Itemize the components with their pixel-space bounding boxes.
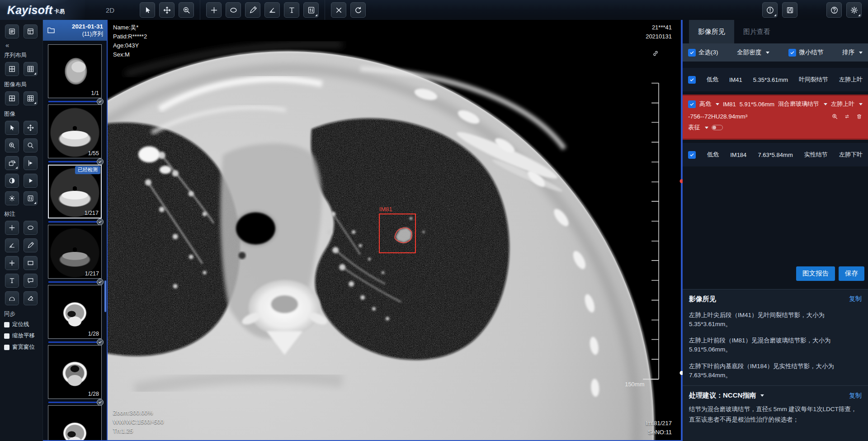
annotate-text-button[interactable] — [5, 274, 19, 288]
series-thumbnail-4[interactable]: 1/217 — [48, 225, 102, 279]
window-level-preset-button[interactable] — [24, 191, 38, 205]
series-thumbnail-5[interactable]: 1/28 — [48, 285, 102, 339]
nodule-type-dropdown[interactable]: 混合磨玻璃结节 — [778, 100, 827, 108]
warning-button[interactable] — [762, 2, 778, 18]
compare-icon[interactable] — [844, 113, 850, 120]
nodule-location: 左肺上叶 — [839, 76, 863, 84]
slice-scrollbar[interactable] — [681, 20, 683, 440]
report-layout-button[interactable] — [5, 24, 19, 38]
trash-icon[interactable] — [856, 113, 863, 120]
nodule-location-dropdown[interactable]: 左肺上叶 — [831, 100, 863, 108]
settings-button[interactable] — [846, 2, 862, 18]
pan-tool-button[interactable] — [159, 2, 175, 18]
study-header[interactable]: 2021-01-31 (11)序列 — [43, 20, 107, 41]
sync-window-level-checkbox[interactable]: 窗宽窗位 — [0, 341, 42, 353]
collapse-sidebar-button[interactable]: « — [0, 40, 42, 48]
save-layout-button[interactable] — [782, 2, 797, 18]
nodule-location: 左肺下叶 — [839, 151, 863, 159]
density-filter-dropdown[interactable]: 全部密度 — [737, 48, 769, 57]
annotate-rectangle-button[interactable] — [24, 256, 38, 270]
reset-tool-button[interactable] — [350, 2, 366, 18]
checkbox-checked-icon — [788, 49, 796, 57]
pencil-tool-button[interactable] — [245, 2, 260, 18]
image-rotate-button[interactable] — [5, 156, 19, 170]
image-invert-button[interactable] — [5, 174, 19, 188]
series-thumbnail-7[interactable] — [48, 405, 102, 440]
delete-tool-button[interactable] — [331, 2, 346, 18]
checkbox-checked-icon[interactable] — [688, 151, 696, 159]
crosshair-tool-button[interactable] — [206, 2, 222, 18]
link-sync-icon[interactable] — [652, 50, 659, 57]
copy-findings-link[interactable]: 复制 — [849, 295, 862, 303]
feature-toggle[interactable] — [712, 125, 723, 130]
checkbox-checked-icon[interactable] — [688, 76, 696, 84]
series-progress-bar — [48, 219, 102, 224]
image-magnify-button[interactable] — [24, 138, 38, 152]
toolbar-group-annotation — [206, 2, 319, 18]
series-thumbnail-2[interactable]: 1/55 — [48, 104, 102, 158]
nodule-risk: 高危 — [699, 100, 711, 108]
image-grid-3x3-button[interactable] — [24, 91, 38, 105]
text-icon — [288, 6, 296, 14]
text-tool-button[interactable] — [284, 2, 299, 18]
sync-zoom-pan-checkbox[interactable]: 缩放平移 — [0, 330, 42, 341]
annotate-angle-button[interactable] — [5, 238, 19, 252]
copy-advice-link[interactable]: 复制 — [849, 392, 862, 400]
series-grid-2x2-button[interactable] — [5, 62, 19, 76]
image-viewport[interactable]: IM81 150mm Name:吴* Patid:R*****2 Age:043… — [107, 20, 683, 441]
nodule-row-im81-selected[interactable]: 高危 IM81 5.91*5.06mm 混合磨玻璃结节 左肺上叶 — [683, 95, 868, 140]
image-flip-button[interactable] — [24, 156, 38, 170]
toolbar-group-navigation — [140, 2, 194, 18]
series-grid-3x3-button[interactable] — [24, 62, 38, 76]
annotate-pencil-button[interactable] — [24, 238, 38, 252]
thumbnail-scrollbar[interactable] — [104, 280, 106, 312]
series-confirmed-icon — [97, 98, 104, 105]
zoom-in-tool-button[interactable] — [179, 2, 194, 18]
guideline-dropdown[interactable]: NCCN指南 — [723, 391, 764, 400]
text-icon — [8, 277, 16, 285]
feature-dropdown[interactable]: 表征 — [688, 123, 708, 132]
window-level-tool-button[interactable] — [303, 2, 319, 18]
tab-image-view[interactable]: 图片查看 — [734, 20, 779, 43]
annotate-ellipse-button[interactable] — [24, 221, 38, 235]
nodule-row-im41[interactable]: 低危 IM41 5.35*3.61mm 叶间裂结节 左肺上叶 — [683, 68, 868, 91]
magnify-nodule-icon[interactable] — [831, 113, 838, 120]
series-thumbnail-1[interactable]: 1/1 — [48, 44, 102, 98]
ellipse-tool-button[interactable] — [226, 2, 241, 18]
sort-dropdown[interactable]: 排序 — [842, 48, 863, 57]
ct-image[interactable]: IM81 150mm — [108, 20, 683, 440]
save-button[interactable]: 保存 — [839, 266, 864, 281]
roi-label: IM81 — [379, 206, 392, 213]
current-slice-marker[interactable] — [680, 371, 683, 375]
annotate-eraser-button[interactable] — [24, 291, 38, 305]
screen-layout-button[interactable] — [24, 24, 38, 38]
brightness-button[interactable] — [5, 191, 19, 205]
annotate-plus-button[interactable] — [5, 256, 19, 270]
report-button[interactable]: 图文报告 — [796, 266, 835, 281]
annotate-arc-ruler-button[interactable] — [5, 291, 19, 305]
tab-imaging-findings[interactable]: 影像所见 — [689, 20, 734, 43]
image-grid-2x2-button[interactable] — [5, 91, 19, 105]
select-all-checkbox[interactable]: 全选(3) — [688, 48, 718, 57]
nodule-position-marker[interactable] — [680, 179, 683, 183]
section-label-series-layout: 序列布局 — [0, 48, 42, 60]
angle-tool-button[interactable] — [264, 2, 280, 18]
annotate-bubble-button[interactable] — [24, 274, 38, 288]
cine-play-button[interactable] — [24, 174, 38, 188]
gear-icon — [850, 6, 859, 14]
image-pan-button[interactable] — [24, 121, 38, 135]
nodule-row-im184[interactable]: 低危 IM184 7.63*5.84mm 实性结节 左肺下叶 — [683, 143, 868, 166]
series-thumbnail-3-active[interactable]: 已经检测 1/217 — [48, 165, 102, 218]
micro-nodule-checkbox[interactable]: 微小结节 — [788, 48, 823, 57]
image-zoom-in-button[interactable] — [5, 138, 19, 152]
image-pointer-button[interactable] — [5, 121, 19, 135]
series-thumbnail-6[interactable]: 1/28 — [48, 345, 102, 399]
pointer-tool-button[interactable] — [140, 2, 155, 18]
series-progress-bar — [48, 99, 102, 104]
annotate-crosshair-button[interactable] — [5, 221, 19, 235]
help-button[interactable] — [826, 2, 842, 18]
checkbox-checked-icon[interactable] — [688, 100, 696, 108]
risk-dropdown[interactable]: 高危 — [699, 100, 719, 108]
sort-label: 排序 — [842, 48, 854, 57]
sync-localizer-checkbox[interactable]: 定位线 — [0, 319, 42, 330]
